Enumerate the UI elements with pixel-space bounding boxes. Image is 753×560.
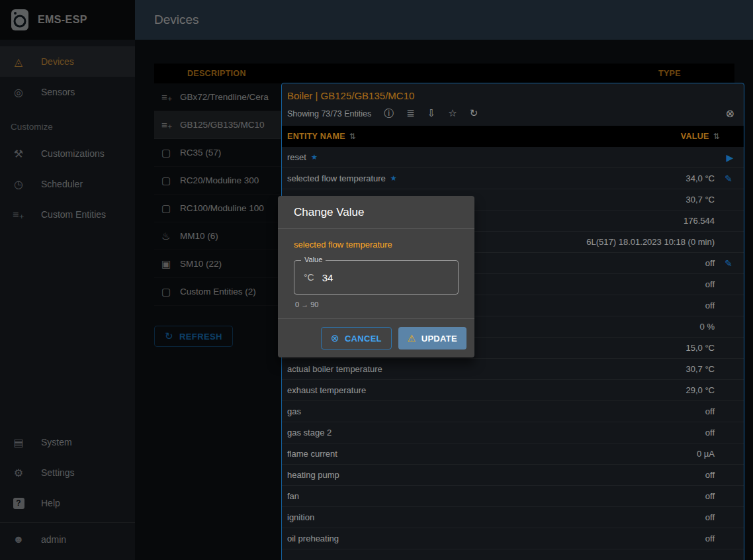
value-field-label: Value: [301, 256, 326, 263]
update-button-label: UPDATE: [421, 334, 457, 344]
modal-entity-name: selected flow temperature: [294, 240, 459, 250]
cancel-button-label: CANCEL: [345, 334, 382, 344]
update-button[interactable]: ⚠ UPDATE: [398, 327, 466, 350]
value-field: Value °C: [294, 260, 459, 295]
modal-title: Change Value: [278, 196, 474, 229]
modal-body: selected flow temperature Value °C 0 → 9…: [278, 229, 474, 308]
range-hint: 0 → 90: [294, 301, 459, 308]
modal-actions: ⊗ CANCEL ⚠ UPDATE: [278, 318, 474, 357]
value-input[interactable]: [322, 272, 449, 283]
unit-adornment: °C: [304, 272, 314, 283]
cancel-button[interactable]: ⊗ CANCEL: [321, 327, 392, 350]
screen: EMS-ESP Devices ◬ Devices ◎ Sensors Cust…: [0, 0, 753, 560]
cancel-icon: ⊗: [331, 332, 339, 344]
warning-icon: ⚠: [408, 333, 416, 344]
change-value-modal: Change Value selected flow temperature V…: [278, 196, 474, 357]
